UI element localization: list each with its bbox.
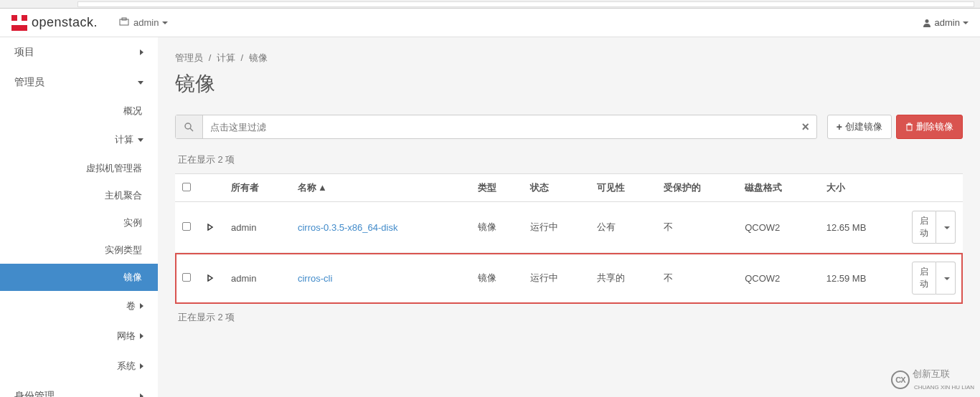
image-link[interactable]: cirros-cli bbox=[298, 273, 332, 284]
row-checkbox[interactable] bbox=[182, 222, 191, 231]
expand-row-button[interactable] bbox=[207, 222, 214, 233]
table-caption-bottom: 正在显示 2 项 bbox=[175, 311, 963, 324]
button-label: 创建镜像 bbox=[845, 120, 882, 133]
col-disk-format[interactable]: 磁盘格式 bbox=[738, 174, 819, 202]
sidebar-label: 虚拟机管理器 bbox=[86, 162, 142, 175]
chevron-down-icon bbox=[138, 81, 143, 85]
action-group: 启动 bbox=[912, 211, 956, 244]
cell-owner: admin bbox=[224, 253, 291, 304]
watermark-text: 创新互联 bbox=[913, 368, 950, 379]
table-row: admin cirros-0.3.5-x86_64-disk 镜像 运行中 公有… bbox=[175, 202, 963, 253]
user-icon bbox=[922, 18, 932, 28]
table-header-row: 所有者 名称▲ 类型 状态 可见性 受保护的 磁盘格式 大小 bbox=[175, 174, 963, 202]
launch-button[interactable]: 启动 bbox=[912, 262, 936, 295]
cell-protected: 不 bbox=[656, 253, 738, 304]
cell-name: cirros-cli bbox=[291, 253, 471, 304]
container: 项目 管理员 概况 计算 虚拟机管理器 主机聚合 实例 实例类型 镜像 bbox=[0, 37, 980, 397]
sidebar-item-system[interactable]: 系统 bbox=[0, 351, 158, 381]
image-link[interactable]: cirros-0.3.5-x86_64-disk bbox=[298, 222, 397, 233]
action-dropdown-toggle[interactable] bbox=[936, 211, 956, 244]
cell-status: 运行中 bbox=[523, 253, 590, 304]
svg-rect-7 bbox=[908, 123, 910, 125]
sidebar-label: 实例类型 bbox=[105, 244, 142, 257]
sidebar-item-compute[interactable]: 计算 bbox=[0, 125, 158, 155]
user-menu[interactable]: admin bbox=[922, 17, 969, 28]
toolbar: × + 创建镜像 删除镜像 bbox=[175, 115, 963, 139]
chevron-right-icon bbox=[140, 303, 143, 309]
sidebar-label: 主机聚合 bbox=[105, 189, 142, 202]
sidebar-item-identity[interactable]: 身份管理 bbox=[0, 381, 158, 397]
table-row: admin cirros-cli 镜像 运行中 共享的 不 QCOW2 12.5… bbox=[175, 253, 963, 304]
svg-line-4 bbox=[190, 128, 193, 131]
sidebar-item-flavors[interactable]: 实例类型 bbox=[0, 236, 158, 264]
sidebar-item-overview[interactable]: 概况 bbox=[0, 97, 158, 125]
col-type[interactable]: 类型 bbox=[471, 174, 523, 202]
launch-button[interactable]: 启动 bbox=[912, 211, 936, 244]
sidebar-label: 概况 bbox=[123, 105, 142, 118]
button-label: 删除镜像 bbox=[916, 120, 953, 133]
watermark-icon: CX bbox=[891, 370, 910, 389]
sidebar-item-images[interactable]: 镜像 bbox=[0, 264, 158, 291]
breadcrumb-item[interactable]: 管理员 bbox=[175, 52, 203, 63]
sidebar-label: 身份管理 bbox=[14, 390, 55, 397]
col-protected[interactable]: 受保护的 bbox=[656, 174, 738, 202]
breadcrumb: 管理员 / 计算 / 镜像 bbox=[175, 52, 963, 64]
sidebar-item-admin[interactable]: 管理员 bbox=[0, 67, 158, 97]
sidebar-label: 管理员 bbox=[14, 76, 44, 89]
chevron-down-icon bbox=[963, 21, 969, 24]
sidebar-item-project[interactable]: 项目 bbox=[0, 37, 158, 67]
project-selector[interactable]: admin bbox=[119, 17, 167, 28]
trash-icon bbox=[905, 123, 913, 131]
sort-asc-icon: ▲ bbox=[318, 182, 327, 193]
cell-protected: 不 bbox=[656, 202, 738, 253]
chevron-down-icon bbox=[162, 21, 168, 24]
sidebar-label: 网络 bbox=[72, 330, 140, 343]
chevron-right-icon bbox=[140, 393, 143, 397]
sidebar-item-hypervisors[interactable]: 虚拟机管理器 bbox=[0, 155, 158, 182]
breadcrumb-item: 镜像 bbox=[249, 52, 268, 63]
action-dropdown-toggle[interactable] bbox=[936, 262, 956, 295]
col-name[interactable]: 名称▲ bbox=[291, 174, 471, 202]
cell-size: 12.65 MB bbox=[819, 202, 905, 253]
create-image-button[interactable]: + 创建镜像 bbox=[827, 115, 892, 139]
expand-row-button[interactable] bbox=[207, 273, 214, 284]
filter-input[interactable] bbox=[203, 115, 795, 138]
sidebar-label: 计算 bbox=[72, 133, 138, 146]
cell-type: 镜像 bbox=[471, 253, 523, 304]
cell-disk-format: QCOW2 bbox=[738, 253, 819, 304]
sidebar-label: 项目 bbox=[14, 46, 34, 59]
brand-logo[interactable]: openstack. bbox=[11, 15, 98, 31]
col-status[interactable]: 状态 bbox=[523, 174, 590, 202]
cell-owner: admin bbox=[224, 202, 291, 253]
action-group: 启动 bbox=[912, 262, 956, 295]
col-actions bbox=[905, 174, 963, 202]
user-label: admin bbox=[935, 17, 960, 28]
breadcrumb-item[interactable]: 计算 bbox=[217, 52, 235, 63]
header: openstack. admin admin bbox=[0, 9, 980, 37]
sidebar-label: 系统 bbox=[72, 360, 140, 373]
row-checkbox[interactable] bbox=[182, 273, 191, 282]
col-visibility[interactable]: 可见性 bbox=[590, 174, 656, 202]
sidebar-label: 卷 bbox=[72, 300, 140, 312]
cell-visibility: 公有 bbox=[590, 202, 656, 253]
col-size[interactable]: 大小 bbox=[819, 174, 905, 202]
chevron-right-icon bbox=[140, 49, 143, 55]
sidebar-label: 镜像 bbox=[123, 271, 142, 284]
cell-size: 12.59 MB bbox=[819, 253, 905, 304]
main-content: 管理员 / 计算 / 镜像 镜像 × + 创建镜像 删除镜像 bbox=[158, 37, 980, 397]
sidebar-item-volume[interactable]: 卷 bbox=[0, 291, 158, 321]
clear-filter-button[interactable]: × bbox=[795, 115, 816, 138]
search-button[interactable] bbox=[176, 115, 203, 138]
svg-point-2 bbox=[925, 19, 928, 23]
briefcase-icon bbox=[119, 17, 129, 28]
col-owner[interactable]: 所有者 bbox=[224, 174, 291, 202]
url-bar[interactable] bbox=[77, 1, 974, 7]
sidebar-item-instances[interactable]: 实例 bbox=[0, 209, 158, 236]
delete-image-button[interactable]: 删除镜像 bbox=[896, 115, 963, 139]
select-all-checkbox[interactable] bbox=[182, 183, 191, 191]
sidebar-item-host-aggregates[interactable]: 主机聚合 bbox=[0, 182, 158, 209]
search-wrap: × bbox=[175, 115, 817, 139]
brand-text: openstack bbox=[32, 15, 94, 30]
sidebar-item-network[interactable]: 网络 bbox=[0, 321, 158, 351]
cell-visibility: 共享的 bbox=[590, 253, 656, 304]
